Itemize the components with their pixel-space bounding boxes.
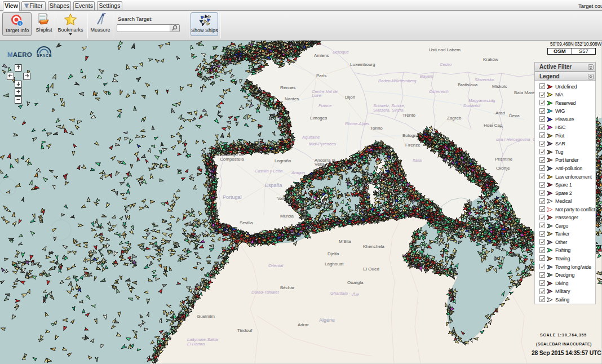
svg-text:Baden-Württemberg: Baden-Württemberg [378, 78, 417, 83]
svg-text:Limoges: Limoges [310, 116, 327, 121]
svg-text:France: France [318, 103, 331, 108]
svg-text:Algérie: Algérie [319, 317, 335, 323]
svg-text:Bratislava: Bratislava [458, 82, 478, 87]
svg-text:Loire: Loire [312, 93, 321, 98]
svg-text:Torino: Torino [370, 126, 383, 131]
svg-text:Bologna: Bologna [402, 133, 419, 138]
svg-text:Kraków: Kraków [483, 57, 498, 62]
svg-text:Rhone-Alpes: Rhone-Alpes [345, 121, 370, 126]
svg-text:Amiens: Amiens [314, 53, 329, 58]
svg-text:Paris: Paris [316, 73, 326, 78]
svg-text:Dijon: Dijon [345, 95, 355, 100]
svg-text:MAERO: MAERO [7, 51, 32, 58]
svg-text:Скопје: Скопје [496, 166, 510, 171]
svg-text:Belгique: Belгique [333, 50, 349, 55]
svg-text:Zagreb: Zagreb [447, 116, 462, 121]
svg-text:M'Sila: M'Sila [339, 239, 351, 244]
svg-text:Guelmim: Guelmim [197, 314, 215, 319]
svg-text:Svizzera, Svizra: Svizzera, Svizra [373, 108, 404, 113]
svg-text:Baia Mare: Baia Mare [514, 90, 535, 95]
svg-text:Slovensko: Slovensko [475, 77, 494, 82]
svg-text:Firenze: Firenze [405, 143, 420, 148]
svg-text:Daraa-Tafilalet: Daraa-Tafilalet [251, 290, 279, 295]
svg-text:Murcia: Murcia [280, 214, 294, 219]
svg-text:SPACE: SPACE [37, 54, 52, 57]
svg-text:Deva: Deva [509, 113, 520, 118]
svg-text:Midi-Pyrénées: Midi-Pyrénées [309, 141, 336, 147]
svg-text:Nantes: Nantes [285, 96, 299, 101]
svg-text:Tindouf: Tindouf [237, 328, 253, 333]
svg-text:Portugal: Portugal [223, 194, 242, 200]
svg-text:Miskolc: Miskolc [492, 84, 507, 89]
svg-text:Magyarország: Magyarország [468, 98, 495, 103]
svg-text:España: España [265, 183, 282, 188]
svg-text:Italia: Italia [413, 158, 422, 163]
svg-text:El Hamra: El Hamra [187, 341, 205, 347]
svg-text:Vella: Vella [315, 162, 325, 167]
svg-text:Aragon: Aragon [291, 170, 305, 175]
svg-text:Bayern: Bayern [420, 74, 433, 79]
svg-text:Usti nad Labem: Usti nad Labem [429, 47, 461, 52]
svg-text:El Oued: El Oued [363, 267, 379, 272]
svg-text:Aquitaine: Aquitaine [302, 135, 320, 140]
svg-text:Logroño: Logroño [275, 158, 291, 163]
svg-text:Prishtinë: Prishtinë [495, 157, 513, 162]
svg-text:Djelfa: Djelfa [327, 251, 339, 256]
svg-text:Ouargla: Ouargla [347, 280, 364, 285]
svg-text:Нові Сад: Нові Сад [484, 123, 503, 128]
svg-text:Österreich: Österreich [429, 89, 449, 94]
svg-text:Khenchela: Khenchela [363, 244, 384, 249]
svg-text:Ghardaia - ورق: Ghardaia - ورق [330, 291, 359, 296]
svg-text:Arad: Arad [495, 110, 505, 116]
svg-text:Trento: Trento [402, 113, 415, 118]
svg-text:Laghouat: Laghouat [325, 261, 344, 267]
svg-text:Cesko: Cesko [440, 62, 452, 67]
svg-text:Castilla y León: Castilla y León [255, 168, 282, 174]
svg-text:Oriental: Oriental [268, 263, 284, 268]
svg-text:sna-i Hercegovina: sna-i Hercegovina [496, 137, 530, 142]
svg-text:Compostela: Compostela [220, 157, 244, 162]
svg-text:Rennes: Rennes [280, 85, 296, 90]
svg-text:Béchar: Béchar [280, 285, 295, 290]
svg-text:Adrar: Adrar [298, 322, 309, 327]
svg-text:Sevilla: Sevilla [240, 220, 253, 225]
svg-text:Dunántúl: Dunántúl [463, 103, 480, 108]
svg-text:Luxembourg: Luxembourg [350, 62, 375, 67]
